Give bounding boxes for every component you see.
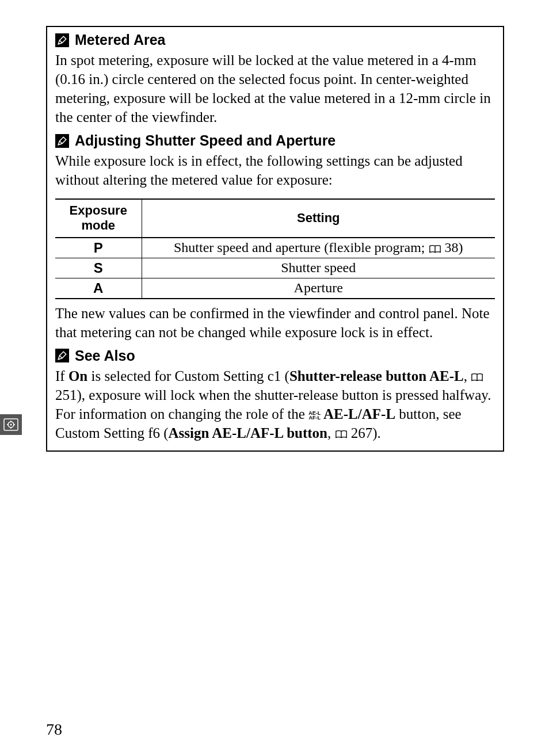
ael-afl-icon: AE-LAF-L (308, 411, 321, 420)
cell-mode: A (55, 278, 142, 299)
content-box: Metered Area In spot metering, exposure … (46, 26, 504, 452)
heading-metered-area: Metered Area (55, 32, 495, 48)
col-mode: Exposure mode (55, 199, 142, 238)
side-tab-icon (0, 414, 22, 435)
heading-text: Metered Area (75, 32, 165, 48)
adjusting-intro: While exposure lock is in effect, the fo… (55, 151, 495, 189)
settings-table: Exposure mode Setting P Shutter speed an… (55, 198, 495, 299)
adjusting-after: The new values can be confirmed in the v… (55, 304, 495, 342)
cell-mode: S (55, 258, 142, 278)
table-row: P Shutter speed and aperture (flexible p… (55, 238, 495, 258)
cell-setting: Shutter speed and aperture (flexible pro… (142, 238, 495, 258)
pencil-icon (55, 33, 69, 47)
cell-mode: P (55, 238, 142, 258)
svg-point-2 (10, 424, 12, 426)
cell-setting: Aperture (142, 278, 495, 299)
pencil-icon (55, 349, 69, 362)
book-icon (429, 245, 441, 254)
col-setting: Setting (142, 199, 495, 238)
book-icon (471, 373, 483, 382)
book-icon (335, 430, 348, 439)
table-row: A Aperture (55, 278, 495, 299)
heading-see-also: See Also (55, 348, 495, 364)
see-also-body: If On is selected for Custom Setting c1 … (55, 366, 495, 442)
page-number: 78 (46, 720, 62, 739)
heading-adjusting: Adjusting Shutter Speed and Aperture (55, 132, 495, 149)
cell-setting: Shutter speed (142, 258, 495, 278)
pencil-icon (55, 134, 69, 148)
heading-text: Adjusting Shutter Speed and Aperture (75, 132, 336, 149)
table-row: S Shutter speed (55, 258, 495, 278)
heading-text: See Also (75, 348, 135, 364)
metered-body: In spot metering, exposure will be locke… (55, 51, 495, 127)
